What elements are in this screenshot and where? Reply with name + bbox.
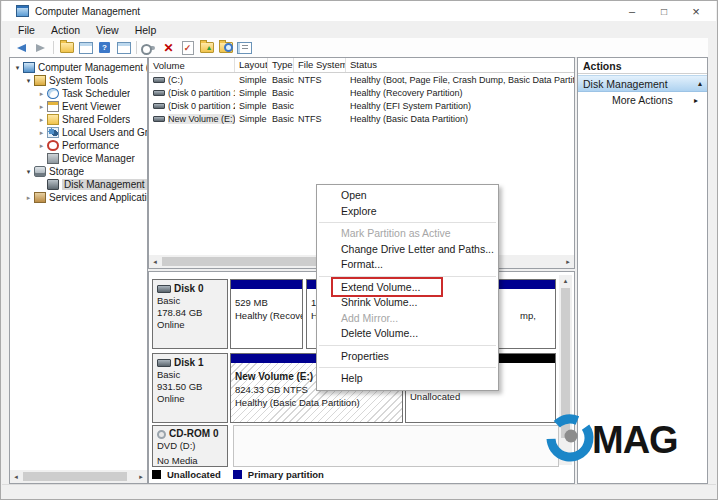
column-header-status[interactable]: Status (346, 58, 574, 72)
scroll-up-icon[interactable]: ▴ (560, 275, 572, 287)
close-button[interactable] (680, 1, 712, 21)
chevron-right-icon[interactable] (36, 129, 47, 137)
cdrom-media-status: No Media (157, 455, 223, 467)
menu-bar: File Action View Help (10, 21, 164, 38)
table-row[interactable]: (C:) Simple Basic NTFS Healthy (Boot, Pa… (149, 73, 574, 86)
check-button[interactable] (178, 39, 197, 56)
volume-layout: Simple (235, 101, 268, 111)
more-actions-label: More Actions (612, 94, 673, 106)
chevron-down-icon[interactable] (23, 77, 34, 85)
menu-item-extend-volume[interactable]: Extend Volume... (317, 280, 498, 296)
scroll-thumb[interactable] (23, 472, 127, 481)
properties-button[interactable] (235, 39, 254, 56)
menu-file[interactable]: File (10, 24, 43, 36)
volume-table-header: Volume Layout Type File System Status (149, 58, 574, 73)
tree-label: Device Manager (62, 153, 135, 164)
check-document-icon (182, 41, 194, 55)
tree-item-disk-management[interactable]: Disk Management (10, 178, 147, 191)
menu-item-explore[interactable]: Explore (317, 204, 498, 220)
tree-item-event-viewer[interactable]: Event Viewer (10, 100, 147, 113)
partition-legend: Unallocated Primary partition (152, 469, 324, 480)
status-bar (2, 484, 716, 500)
column-header-type[interactable]: Type (268, 58, 294, 72)
logo-dot-icon (565, 430, 578, 443)
tree-label: Task Scheduler (62, 88, 130, 99)
export-button[interactable] (57, 39, 76, 56)
chevron-down-icon[interactable] (12, 64, 23, 72)
disk-size: 931.50 GB (157, 381, 223, 393)
menu-separator (319, 367, 496, 368)
tree-label: Shared Folders (62, 114, 130, 125)
menu-view[interactable]: View (88, 24, 127, 36)
help-button[interactable] (95, 39, 114, 56)
volume-icon (153, 90, 165, 96)
tree-label: Services and Applications (49, 192, 147, 203)
folder-up-button[interactable] (197, 39, 216, 56)
tree-item-storage[interactable]: Storage (10, 165, 147, 178)
disk1-label-box[interactable]: Disk 1 Basic 931.50 GB Online (152, 353, 228, 423)
table-row[interactable]: (Disk 0 partition 2) Simple Basic Health… (149, 99, 574, 112)
menu-item-help[interactable]: Help (317, 371, 498, 387)
cdrom-label-box[interactable]: CD-ROM 0 DVD (D:) No Media (152, 425, 228, 467)
back-button[interactable] (12, 39, 31, 56)
delete-button[interactable] (159, 39, 178, 56)
disk-state: Online (157, 393, 223, 405)
volume-table-body: (C:) Simple Basic NTFS Healthy (Boot, Pa… (149, 73, 574, 125)
tree-item-shared-folders[interactable]: Shared Folders (10, 113, 147, 126)
tree-label: Computer Management (Local (38, 62, 147, 73)
menu-action[interactable]: Action (43, 24, 88, 36)
menu-item-shrink-volume[interactable]: Shrink Volume... (317, 295, 498, 311)
chevron-right-icon[interactable] (36, 116, 47, 124)
actions-group-disk-management[interactable]: Disk Management ▴ (578, 75, 707, 92)
tree-item-device-manager[interactable]: Device Manager (10, 152, 147, 165)
menu-item-properties[interactable]: Properties (317, 349, 498, 365)
maximize-button[interactable] (648, 1, 680, 21)
volume-type: Basic (268, 101, 294, 111)
tree-item-services-and-applications[interactable]: Services and Applications (10, 191, 147, 204)
tree-item-system-tools[interactable]: System Tools (10, 74, 147, 87)
tree-item-local-users-and-groups[interactable]: Local Users and Groups (10, 126, 147, 139)
attributes-button[interactable] (140, 39, 159, 56)
more-actions-item[interactable]: More Actions ▸ (578, 92, 707, 108)
menu-item-change-drive-letter[interactable]: Change Drive Letter and Paths... (317, 242, 498, 258)
table-row-selected[interactable]: New Volume (E:) Simple Basic NTFS Health… (149, 112, 574, 125)
chevron-right-icon[interactable] (36, 142, 47, 150)
scroll-right-icon[interactable]: ▸ (562, 255, 574, 268)
scroll-left-icon[interactable]: ◂ (10, 470, 22, 483)
services-icon (34, 192, 46, 203)
cdrom-empty-region[interactable] (233, 425, 559, 467)
menu-help[interactable]: Help (127, 24, 165, 36)
scroll-right-icon[interactable]: ▸ (135, 470, 147, 483)
menu-item-open[interactable]: Open (317, 188, 498, 204)
tree-item-task-scheduler[interactable]: Task Scheduler (10, 87, 147, 100)
menu-item-delete-volume[interactable]: Delete Volume... (317, 326, 498, 342)
tree-horizontal-scrollbar[interactable]: ◂ ▸ (10, 470, 147, 483)
console-tree-toggle[interactable] (76, 39, 95, 56)
disk0-partition1[interactable]: 529 MB Healthy (Recovery (230, 279, 303, 349)
collapse-caret-icon[interactable]: ▴ (698, 79, 702, 88)
minimize-button[interactable] (616, 1, 648, 21)
chevron-right-icon[interactable] (23, 194, 34, 202)
column-header-layout[interactable]: Layout (235, 58, 268, 72)
folder-search-button[interactable] (216, 39, 235, 56)
table-row[interactable]: (Disk 0 partition 1) Simple Basic Health… (149, 86, 574, 99)
tree-item-computer-management[interactable]: Computer Management (Local (10, 61, 147, 74)
toolbar (10, 38, 708, 58)
menu-item-format[interactable]: Format... (317, 257, 498, 273)
scroll-left-icon[interactable]: ◂ (149, 255, 161, 268)
action-pane-toggle[interactable] (114, 39, 133, 56)
unallocated-label: Unallocated (410, 390, 551, 403)
chevron-down-icon[interactable] (23, 168, 34, 176)
tree-label: Local Users and Groups (62, 127, 147, 138)
volume-layout: Simple (235, 75, 268, 85)
forward-button[interactable] (31, 39, 50, 56)
partition-status: Healthy (Recovery (235, 309, 298, 322)
tree-label: Performance (62, 140, 119, 151)
disk0-label-box[interactable]: Disk 0 Basic 178.84 GB Online (152, 279, 228, 349)
chevron-right-icon[interactable] (36, 90, 47, 98)
disk-name: CD-ROM 0 (169, 428, 218, 440)
column-header-volume[interactable]: Volume (149, 58, 235, 72)
chevron-right-icon[interactable] (36, 103, 47, 111)
column-header-file-system[interactable]: File System (294, 58, 346, 72)
tree-item-performance[interactable]: Performance (10, 139, 147, 152)
